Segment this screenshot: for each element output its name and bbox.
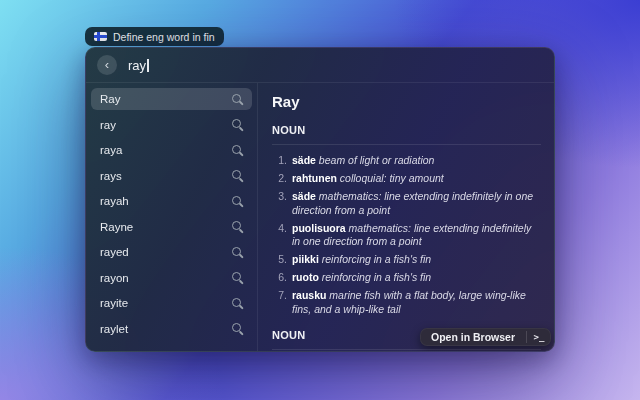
extension-pill-label: Define eng word in fin	[113, 31, 215, 43]
definition-term: rausku	[292, 289, 326, 301]
definition-body: rahtunen colloquial: tiny amount	[292, 172, 541, 186]
list-item-label: ray	[100, 119, 232, 131]
definition-body: ruoto reinforcing in a fish's fin	[292, 271, 541, 285]
extension-pill[interactable]: Define eng word in fin	[85, 27, 224, 46]
definition-entry: 5. piikki reinforcing in a fish's fin	[272, 253, 541, 267]
definition-gloss: beam of light or radiation	[319, 154, 435, 166]
definition-gloss: colloquial: tiny amount	[340, 172, 444, 184]
search-input-value: ray	[128, 58, 146, 73]
definition-number: 5.	[272, 253, 287, 267]
search-icon	[232, 196, 243, 207]
list-item[interactable]: rayite	[91, 292, 252, 314]
search-bar: ‹ ray	[86, 48, 554, 83]
list-item[interactable]: rayah	[91, 190, 252, 212]
definition-body: rausku marine fish with a flat body, lar…	[292, 289, 541, 316]
definition-entry: 2. rahtunen colloquial: tiny amount	[272, 172, 541, 186]
desktop-background: Define eng word in fin ‹ ray Ray ray ray…	[0, 0, 640, 400]
back-button[interactable]: ‹	[97, 55, 117, 75]
chevron-left-icon: ‹	[105, 58, 109, 71]
launcher-window: ‹ ray Ray ray raya rays rayah Rayne raye…	[85, 47, 555, 352]
list-item-label: rays	[100, 170, 232, 182]
definition-body: puolisuora mathematics: line extending i…	[292, 222, 541, 249]
definition-list: 1. säde beam of light or radiation 2. ra…	[272, 154, 541, 316]
search-icon	[232, 170, 243, 181]
list-item-label: raylet	[100, 323, 232, 335]
list-item-label: Ray	[100, 93, 232, 105]
detail-panel: Ray NOUN 1. säde beam of light or radiat…	[258, 83, 554, 351]
definition-term: ruoto	[292, 271, 319, 283]
open-in-browser-button[interactable]: Open in Browser	[420, 331, 526, 343]
list-item[interactable]: ray	[91, 114, 252, 136]
definition-gloss: reinforcing in a fish's fin	[322, 253, 431, 265]
list-item[interactable]: Ray	[91, 88, 252, 110]
definition-entry: 7. rausku marine fish with a flat body, …	[272, 289, 541, 316]
definition-body: säde mathematics: line extending indefin…	[292, 190, 541, 217]
terminal-icon[interactable]: >_	[527, 332, 551, 342]
list-item[interactable]: raya	[91, 139, 252, 161]
search-icon	[232, 94, 243, 105]
definition-term: säde	[292, 190, 316, 202]
detail-title: Ray	[272, 93, 541, 110]
definition-term: rahtunen	[292, 172, 337, 184]
definition-number: 7.	[272, 289, 287, 316]
section-header-noun: NOUN	[272, 124, 541, 136]
section-divider-2	[272, 349, 541, 350]
list-item[interactable]: rays	[91, 165, 252, 187]
search-input[interactable]: ray	[128, 58, 149, 73]
list-item-label: rayon	[100, 272, 232, 284]
definition-entry: 1. säde beam of light or radiation	[272, 154, 541, 168]
search-icon	[232, 298, 243, 309]
definition-gloss: mathematics: line extending indefinitely…	[292, 190, 533, 216]
definition-number: 2.	[272, 172, 287, 186]
list-item-label: rayite	[100, 297, 232, 309]
list-item[interactable]: rayon	[91, 267, 252, 289]
list-item[interactable]: Rayne	[91, 216, 252, 238]
definition-gloss: marine fish with a flat body, large wing…	[292, 289, 526, 315]
list-item-label: rayah	[100, 195, 232, 207]
definition-term: puolisuora	[292, 222, 346, 234]
definition-number: 3.	[272, 190, 287, 217]
search-icon	[232, 221, 243, 232]
definition-body: säde beam of light or radiation	[292, 154, 541, 168]
finnish-flag-icon	[94, 32, 107, 41]
floating-action-bar: Open in Browser >_	[420, 328, 551, 346]
list-item[interactable]: rayed	[91, 241, 252, 263]
list-item-label: Rayne	[100, 221, 232, 233]
definition-entry: 6. ruoto reinforcing in a fish's fin	[272, 271, 541, 285]
list-item[interactable]: raylet	[91, 318, 252, 340]
content-area: Ray ray raya rays rayah Rayne rayed rayo…	[86, 83, 554, 351]
definition-number: 1.	[272, 154, 287, 168]
suggestion-list: Ray ray raya rays rayah Rayne rayed rayo…	[86, 83, 258, 351]
search-icon	[232, 272, 243, 283]
section-divider	[272, 144, 541, 145]
search-icon	[232, 119, 243, 130]
search-icon	[232, 247, 243, 258]
list-item-label: raya	[100, 144, 232, 156]
definition-term: säde	[292, 154, 316, 166]
definition-entry: 4. puolisuora mathematics: line extendin…	[272, 222, 541, 249]
definition-entry: 3. säde mathematics: line extending inde…	[272, 190, 541, 217]
definition-body: piikki reinforcing in a fish's fin	[292, 253, 541, 267]
search-icon	[232, 145, 243, 156]
definition-number: 6.	[272, 271, 287, 285]
text-cursor	[147, 59, 149, 72]
definition-gloss: reinforcing in a fish's fin	[322, 271, 431, 283]
definition-number: 4.	[272, 222, 287, 249]
definition-term: piikki	[292, 253, 319, 265]
search-icon	[232, 323, 243, 334]
list-item-label: rayed	[100, 246, 232, 258]
